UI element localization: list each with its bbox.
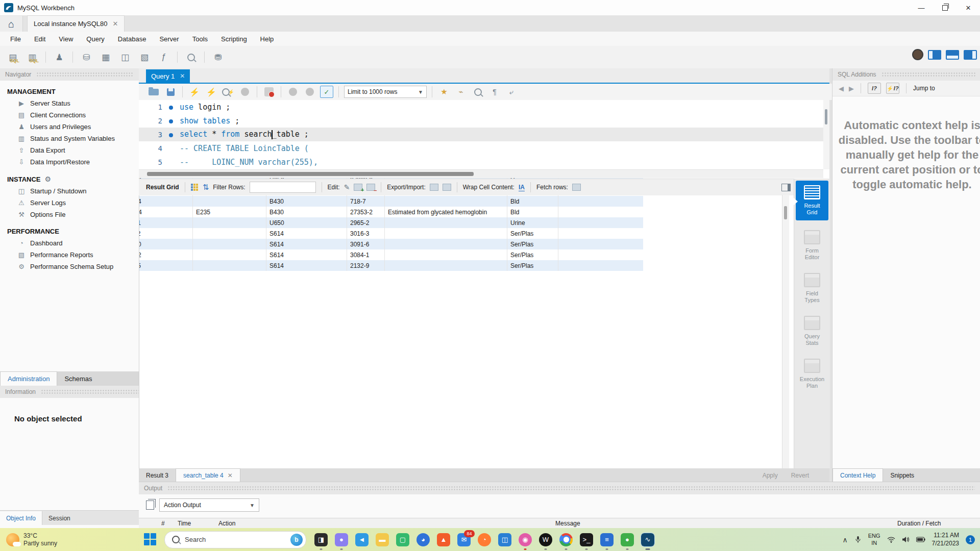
- restore-button[interactable]: [933, 0, 957, 15]
- side-tab-form-editor[interactable]: FormEditor: [796, 226, 828, 265]
- mail-icon[interactable]: ✉84: [457, 533, 471, 546]
- cell[interactable]: [385, 260, 507, 271]
- app-black-circle-icon[interactable]: W: [539, 533, 552, 546]
- grid-vertical-scrollbar[interactable]: [782, 195, 789, 468]
- cell[interactable]: [385, 249, 507, 260]
- toggle-invisibles-icon[interactable]: ¶: [488, 86, 501, 98]
- volume-icon[interactable]: [902, 536, 910, 543]
- tray-expand-icon[interactable]: ∧: [843, 536, 848, 544]
- language-indicator[interactable]: ENG IN: [868, 533, 880, 546]
- brave-icon[interactable]: ▲: [437, 533, 450, 546]
- cell[interactable]: S614: [266, 239, 347, 249]
- cell[interactable]: Ser/Plas: [507, 239, 558, 249]
- commit-icon[interactable]: [286, 86, 300, 98]
- cell[interactable]: [193, 260, 266, 271]
- vscode-icon[interactable]: ◄: [355, 533, 369, 546]
- cell[interactable]: 2965-2: [347, 217, 385, 228]
- row-limit-dropdown[interactable]: Limit to 1000 rows▼: [344, 86, 427, 98]
- menu-scripting[interactable]: Scripting: [215, 33, 253, 45]
- sidebar-item-options-file[interactable]: ⚒Options File: [0, 209, 139, 220]
- cell[interactable]: [385, 217, 507, 228]
- close-result-tab-icon[interactable]: ✕: [228, 472, 233, 479]
- wrap-cell-content-icon[interactable]: IA: [519, 184, 525, 191]
- clock[interactable]: 11:21 AM 7/21/2023: [932, 532, 959, 547]
- manual-context-help-icon[interactable]: I?: [868, 83, 881, 94]
- menu-view[interactable]: View: [53, 33, 79, 45]
- toggle-bottom-panel-icon[interactable]: [946, 50, 959, 60]
- clipchamp-icon[interactable]: ◉: [519, 533, 532, 546]
- tab-schemas[interactable]: Schemas: [57, 372, 99, 386]
- account-icon[interactable]: [912, 49, 923, 60]
- side-tab-result-grid[interactable]: ResultGrid: [796, 181, 828, 220]
- taskbar-search[interactable]: Search b: [164, 531, 306, 548]
- cell[interactable]: 3091-6: [347, 239, 385, 249]
- open-sql-script-icon[interactable]: ▥SQL: [24, 51, 40, 64]
- sql-code-editor[interactable]: 1use login ;2show tables ;3select * from…: [139, 100, 823, 169]
- cell[interactable]: [385, 228, 507, 239]
- app-leaf-icon[interactable]: ●: [621, 533, 634, 546]
- cell[interactable]: 27353-2: [347, 207, 385, 217]
- save-icon[interactable]: [164, 86, 177, 98]
- cell[interactable]: E235: [193, 207, 266, 217]
- filter-rows-input[interactable]: [250, 182, 316, 193]
- tab-search-table-4[interactable]: search_table 4 ✕: [176, 468, 240, 482]
- sidebar-item-server-status[interactable]: ▶Server Status: [0, 97, 139, 109]
- app-notes-icon[interactable]: ≡: [600, 533, 614, 546]
- menu-help[interactable]: Help: [254, 33, 280, 45]
- copy-output-icon[interactable]: [146, 500, 154, 510]
- cell[interactable]: Bld: [507, 207, 558, 217]
- context-forward-icon[interactable]: ▶: [849, 85, 854, 92]
- cell[interactable]: [193, 239, 266, 249]
- editor-horizontal-scrollbar[interactable]: [139, 169, 823, 178]
- tab-object-info[interactable]: Object Info: [0, 511, 42, 525]
- new-sql-tab-icon[interactable]: ▤SQL: [5, 51, 20, 64]
- toggle-wrap-icon[interactable]: ⤶: [505, 86, 518, 98]
- cell[interactable]: [385, 196, 507, 207]
- cell[interactable]: S614: [266, 228, 347, 239]
- create-function-icon[interactable]: ƒ: [156, 51, 172, 64]
- beautify-icon[interactable]: ⌁: [454, 86, 468, 98]
- sidebar-item-users-and-privileges[interactable]: ♟Users and Privileges: [0, 121, 139, 133]
- create-table-icon[interactable]: ▦: [98, 51, 113, 64]
- sidebar-item-data-import-restore[interactable]: ⇩Data Import/Restore: [0, 156, 139, 168]
- execute-current-icon[interactable]: ⚡: [205, 86, 218, 98]
- find-icon[interactable]: [471, 86, 484, 98]
- code-line-4[interactable]: 4-- CREATE TABLE LoincTable (: [139, 141, 823, 155]
- editor-vertical-scrollbar[interactable]: [823, 100, 829, 169]
- code-line-1[interactable]: 1use login ;: [139, 100, 823, 114]
- weather-widget[interactable]: 33°C Partly sunny: [0, 532, 83, 547]
- toggle-left-sidebar-icon[interactable]: [928, 50, 941, 60]
- cell[interactable]: S614: [266, 260, 347, 271]
- minimize-button[interactable]: —: [910, 0, 933, 15]
- grid-view-icon[interactable]: [191, 184, 199, 191]
- side-tab-field-types[interactable]: FieldTypes: [796, 268, 828, 308]
- search-data-icon[interactable]: [183, 51, 199, 64]
- side-tab-execution-plan[interactable]: ExecutionPlan: [796, 354, 828, 394]
- bing-icon[interactable]: b: [290, 534, 303, 546]
- cell[interactable]: 2132-9: [347, 260, 385, 271]
- wifi-icon[interactable]: [887, 536, 895, 543]
- sidebar-item-performance-reports[interactable]: ▧Performance Reports: [0, 249, 139, 261]
- app-photos-icon[interactable]: ◨: [314, 533, 328, 546]
- tab-context-help[interactable]: Context Help: [832, 468, 883, 482]
- stop-icon[interactable]: [238, 86, 252, 98]
- cell[interactable]: Bld: [507, 196, 558, 207]
- cell[interactable]: 718-7: [347, 196, 385, 207]
- cell[interactable]: B430: [266, 207, 347, 217]
- code-line-2[interactable]: 2show tables ;: [139, 114, 823, 128]
- edit-record-icon[interactable]: ✎: [344, 183, 350, 191]
- close-button[interactable]: ✕: [957, 0, 980, 15]
- auto-context-help-icon[interactable]: I?: [886, 83, 899, 94]
- code-line-3[interactable]: 3select * from search_table ;: [139, 128, 823, 141]
- close-tab-icon[interactable]: ✕: [113, 20, 118, 28]
- side-tab-query-stats[interactable]: QueryStats: [796, 311, 828, 351]
- cell[interactable]: [385, 239, 507, 249]
- cell[interactable]: Urine: [507, 217, 558, 228]
- app-meet-icon[interactable]: ▢: [396, 533, 409, 546]
- app-orange-browser-icon[interactable]: ◔: [478, 533, 491, 546]
- sidebar-item-status-and-system-variables[interactable]: ▥Status and System Variables: [0, 133, 139, 144]
- create-user-icon[interactable]: ♟: [52, 51, 67, 64]
- tab-session[interactable]: Session: [42, 511, 77, 525]
- file-explorer-icon[interactable]: ▬: [376, 533, 389, 546]
- sidebar-item-client-connections[interactable]: ▤Client Connections: [0, 109, 139, 121]
